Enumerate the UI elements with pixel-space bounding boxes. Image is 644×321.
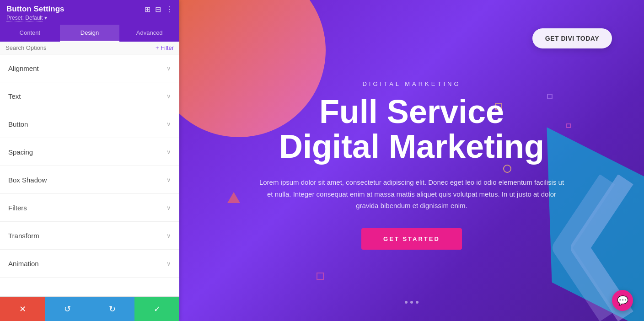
option-button[interactable]: Button ∨ bbox=[0, 110, 179, 138]
preview-body-text: Lorem ipsum dolor sit amet, consectetur … bbox=[256, 177, 567, 212]
option-box-shadow[interactable]: Box Shadow ∨ bbox=[0, 166, 179, 194]
panel-search-bar: + Filter bbox=[0, 42, 179, 54]
chevron-down-icon: ∨ bbox=[166, 260, 171, 267]
pagination-dots bbox=[405, 301, 419, 304]
panel-preset[interactable]: Preset: Default ▾ bbox=[6, 15, 173, 21]
tab-content[interactable]: Content bbox=[0, 25, 60, 42]
tab-design[interactable]: Design bbox=[60, 25, 120, 42]
option-alignment[interactable]: Alignment ∨ bbox=[0, 54, 179, 82]
preview-content: DIGITAL MARKETING Full Service Digital M… bbox=[220, 80, 604, 250]
get-started-button[interactable]: GET STARTED bbox=[361, 228, 462, 250]
chat-bubble-button[interactable]: 💬 bbox=[612, 290, 633, 311]
panel-tabs: Content Design Advanced bbox=[0, 25, 179, 42]
get-divi-button[interactable]: GET DIVI TODAY bbox=[532, 28, 612, 48]
panel-options-list: Alignment ∨ Text ∨ Button ∨ Spacing ∨ Bo… bbox=[0, 54, 179, 296]
cancel-button[interactable]: ✕ bbox=[0, 297, 45, 321]
chevron-down-icon: ∨ bbox=[166, 121, 171, 128]
preview-heading: Full Service Digital Marketing bbox=[256, 95, 567, 164]
deco-rect-2 bbox=[317, 273, 324, 280]
option-text[interactable]: Text ∨ bbox=[0, 82, 179, 110]
panel-header: Button Settings ⊞ ⊟ ⋮ Preset: Default ▾ bbox=[0, 0, 179, 25]
chevron-down-icon: ∨ bbox=[166, 204, 171, 211]
redo-button[interactable]: ↻ bbox=[90, 297, 134, 321]
option-spacing[interactable]: Spacing ∨ bbox=[0, 138, 179, 166]
chevron-down-icon: ∨ bbox=[166, 65, 171, 72]
dot-1 bbox=[405, 301, 408, 304]
chevron-down-icon: ∨ bbox=[166, 93, 171, 100]
chevron-down-icon: ∨ bbox=[166, 149, 171, 155]
panel-title: Button Settings bbox=[6, 5, 64, 14]
more-icon[interactable]: ⋮ bbox=[166, 5, 173, 14]
chevron-down-icon: ∨ bbox=[166, 177, 171, 183]
option-filters[interactable]: Filters ∨ bbox=[0, 194, 179, 222]
chat-icon: 💬 bbox=[617, 295, 628, 306]
preview-area: GET DIVI TODAY DIGITAL MARKETING Full Se… bbox=[179, 0, 644, 321]
preview-eyebrow: DIGITAL MARKETING bbox=[256, 80, 567, 87]
option-animation[interactable]: Animation ∨ bbox=[0, 250, 179, 278]
settings-panel: Button Settings ⊞ ⊟ ⋮ Preset: Default ▾ … bbox=[0, 0, 179, 321]
tab-advanced[interactable]: Advanced bbox=[119, 25, 179, 42]
option-transform[interactable]: Transform ∨ bbox=[0, 222, 179, 250]
filter-button[interactable]: + Filter bbox=[156, 44, 174, 51]
reset-button[interactable]: ↺ bbox=[45, 297, 90, 321]
dot-2 bbox=[410, 301, 413, 304]
layout-icon[interactable]: ⊟ bbox=[155, 5, 161, 14]
search-input[interactable] bbox=[5, 44, 152, 51]
panel-footer: ✕ ↺ ↻ ✓ bbox=[0, 296, 179, 321]
dot-3 bbox=[416, 301, 419, 304]
chevron-down-icon: ∨ bbox=[166, 232, 171, 239]
expand-icon[interactable]: ⊞ bbox=[145, 5, 150, 14]
save-button[interactable]: ✓ bbox=[134, 297, 179, 321]
panel-header-icons: ⊞ ⊟ ⋮ bbox=[145, 5, 173, 14]
